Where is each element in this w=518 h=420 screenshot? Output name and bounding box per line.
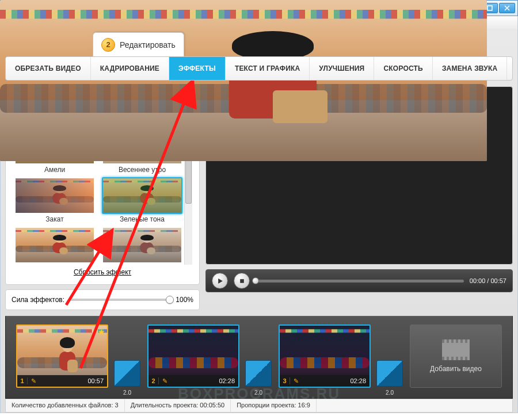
- effect-item-sunset[interactable]: Закат: [14, 177, 96, 223]
- clip-duration: 02:28: [302, 377, 370, 384]
- clip-duration: 02:28: [170, 377, 238, 384]
- player-seekbar[interactable]: [256, 280, 464, 282]
- transition-duration: 2.0: [115, 390, 140, 396]
- window-close-button[interactable]: [499, 3, 515, 13]
- preview-image: [0, 0, 487, 161]
- status-files: Количество добавленных файлов: 3: [6, 399, 125, 412]
- seek-knob-icon[interactable]: [252, 277, 259, 284]
- transition-1[interactable]: 2.0: [114, 360, 140, 387]
- clip-edit-button[interactable]: ✎: [28, 377, 39, 385]
- effect-label: Зеленые тона: [120, 215, 165, 223]
- subtab-speed[interactable]: СКОРОСТЬ: [374, 57, 432, 80]
- player-time: 00:00 / 00:57: [470, 277, 506, 284]
- effect-label: Амели: [44, 166, 65, 174]
- wizard-badge-2-icon: 2: [101, 38, 115, 52]
- transition-duration: 2.0: [377, 390, 402, 396]
- clip-duration: 00:57: [39, 377, 107, 384]
- svg-rect-3: [240, 279, 244, 283]
- svg-marker-2: [218, 278, 223, 284]
- subtab-crop[interactable]: КАДРИРОВАНИЕ: [91, 57, 169, 80]
- status-bar: Количество добавленных файлов: 3 Длитель…: [5, 399, 513, 413]
- timeline-clip-2[interactable]: 2 ✎ 02:28: [147, 324, 239, 388]
- effect-item-5[interactable]: [14, 227, 96, 265]
- clip-index: 2: [148, 377, 159, 384]
- effect-label: Закат: [45, 215, 63, 223]
- star-icon: ★: [98, 327, 105, 337]
- strength-label: Сила эффектов:: [12, 296, 64, 304]
- effect-item-green[interactable]: Зеленые тона: [101, 177, 183, 223]
- transition-3[interactable]: 2.0: [376, 360, 403, 387]
- svg-rect-1: [487, 6, 492, 10]
- status-duration: Длительность проекта: 00:05:50: [125, 399, 231, 412]
- subtab-enhance[interactable]: УЛУЧШЕНИЯ: [310, 57, 374, 80]
- wizard-tab-label: Редактировать: [120, 40, 176, 49]
- reset-effect-link[interactable]: Сбросить эффект: [74, 268, 131, 276]
- clip-edit-button[interactable]: ✎: [290, 377, 302, 385]
- subtab-trim[interactable]: ОБРЕЗАТЬ ВИДЕО: [6, 57, 91, 80]
- slider-knob-icon[interactable]: [166, 296, 174, 304]
- strength-value: 100%: [176, 296, 193, 304]
- clip-index: 3: [280, 377, 290, 384]
- effect-label: Весеннее утро: [119, 166, 166, 174]
- strength-slider[interactable]: [70, 299, 170, 301]
- stop-button[interactable]: [234, 273, 250, 289]
- subtab-text[interactable]: ТЕКСТ И ГРАФИКА: [226, 57, 310, 80]
- timeline-clip-3[interactable]: 3 ✎ 02:28: [279, 324, 371, 388]
- film-icon: [442, 339, 470, 360]
- clip-edit-button[interactable]: ✎: [159, 377, 170, 385]
- transition-2[interactable]: 2.0: [245, 360, 272, 387]
- transition-duration: 2.0: [246, 390, 271, 396]
- add-video-button[interactable]: Добавить видео: [410, 324, 502, 388]
- effect-strength-panel: Сила эффектов: 100%: [5, 289, 200, 310]
- edit-subtabs: ОБРЕЗАТЬ ВИДЕО КАДРИРОВАНИЕ ЭФФЕКТЫ ТЕКС…: [5, 56, 513, 81]
- clip-index: 1: [17, 377, 28, 384]
- scissors-icon: ✄: [92, 327, 97, 335]
- subtab-audio-replace[interactable]: ЗАМЕНА ЗВУКА: [433, 57, 507, 80]
- effect-item-bw[interactable]: [101, 227, 183, 265]
- play-button[interactable]: [212, 273, 228, 289]
- timeline-clip-1[interactable]: ✄ ★ 1 ✎ 00:57: [16, 324, 108, 388]
- wizard-tab-edit[interactable]: 2 Редактировать: [93, 32, 184, 56]
- subtab-effects[interactable]: ЭФФЕКТЫ: [169, 57, 226, 80]
- timeline-strip: ✄ ★ 1 ✎ 00:57 2.0 2 ✎ 02:28 2.0: [5, 316, 513, 399]
- preview-panel: [205, 86, 513, 265]
- player-controls: 00:00 / 00:57: [205, 269, 513, 292]
- status-aspect: Пропорции проекта: 16:9: [231, 399, 317, 412]
- add-video-label: Добавить видео: [430, 365, 482, 373]
